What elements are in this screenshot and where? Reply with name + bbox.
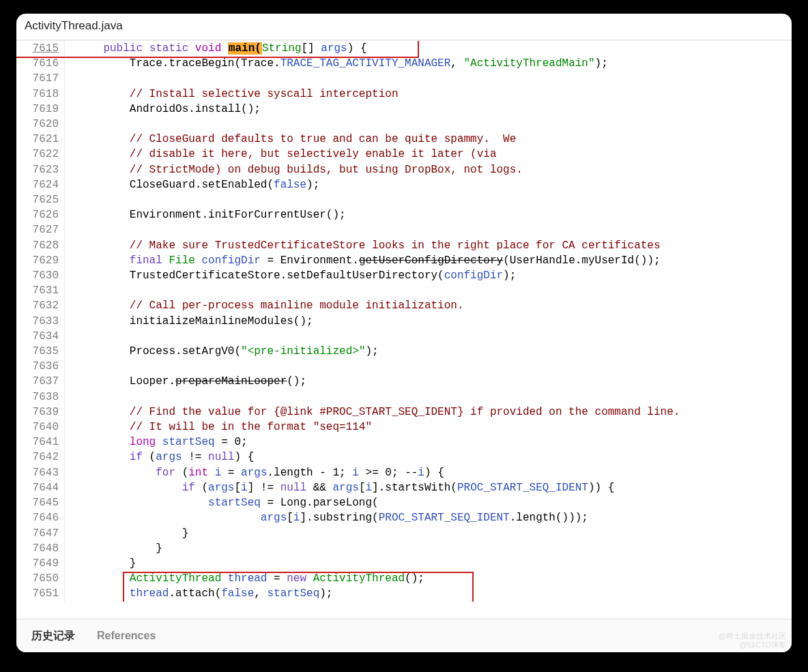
- code-row: 7649 }: [16, 556, 792, 571]
- line-number[interactable]: 7647: [16, 526, 65, 541]
- line-number[interactable]: 7632: [16, 298, 65, 313]
- code-cell[interactable]: // disable it here, but selectively enab…: [65, 147, 792, 162]
- code-cell[interactable]: Trace.traceBegin(Trace.TRACE_TAG_ACTIVIT…: [65, 56, 792, 71]
- line-number[interactable]: 7636: [16, 359, 65, 374]
- code-cell[interactable]: }: [65, 541, 792, 556]
- line-number[interactable]: 7638: [16, 390, 65, 405]
- code-cell[interactable]: [65, 117, 792, 132]
- code-cell[interactable]: // It will be in the format "seq=114": [65, 420, 792, 435]
- line-number[interactable]: 7642: [16, 450, 65, 465]
- code-cell[interactable]: [65, 390, 792, 405]
- code-cell[interactable]: for (int i = args.length - 1; i >= 0; --…: [65, 465, 792, 480]
- code-cell[interactable]: // StrictMode) on debug builds, but usin…: [65, 162, 792, 177]
- line-number[interactable]: 7641: [16, 435, 65, 450]
- line-number[interactable]: 7619: [16, 102, 65, 117]
- line-number[interactable]: 7640: [16, 420, 65, 435]
- line-number[interactable]: 7618: [16, 87, 65, 102]
- code-cell[interactable]: args[i].substring(PROC_START_SEQ_IDENT.l…: [65, 510, 792, 525]
- line-number[interactable]: 7645: [16, 495, 65, 510]
- code-row: 7636: [16, 359, 792, 374]
- line-number[interactable]: 7625: [16, 192, 65, 207]
- line-number[interactable]: 7622: [16, 147, 65, 162]
- line-number[interactable]: 7651: [16, 586, 65, 601]
- line-number[interactable]: 7637: [16, 374, 65, 389]
- file-name-header: ActivityThread.java: [16, 14, 792, 40]
- line-number[interactable]: 7639: [16, 405, 65, 420]
- code-row: 7620: [16, 117, 792, 132]
- line-number[interactable]: 7633: [16, 314, 65, 329]
- footer-tab-references[interactable]: References: [97, 630, 156, 642]
- code-cell[interactable]: [65, 192, 792, 207]
- line-number[interactable]: 7628: [16, 238, 65, 253]
- code-row: 7634: [16, 329, 792, 344]
- code-row: 7622 // disable it here, but selectively…: [16, 147, 792, 162]
- code-row: 7651 thread.attach(false, startSeq);: [16, 586, 792, 601]
- code-row: 7646 args[i].substring(PROC_START_SEQ_ID…: [16, 510, 792, 525]
- line-number[interactable]: 7630: [16, 268, 65, 283]
- code-row: 7616 Trace.traceBegin(Trace.TRACE_TAG_AC…: [16, 56, 792, 71]
- code-row: 7628 // Make sure TrustedCertificateStor…: [16, 238, 792, 253]
- code-cell[interactable]: CloseGuard.setEnabled(false);: [65, 177, 792, 192]
- code-row: 7623 // StrictMode) on debug builds, but…: [16, 162, 792, 177]
- line-number[interactable]: 7621: [16, 132, 65, 147]
- line-number[interactable]: 7650: [16, 571, 65, 586]
- code-cell[interactable]: initializeMainlineModules();: [65, 314, 792, 329]
- line-number[interactable]: 7643: [16, 465, 65, 480]
- code-row: 7621 // CloseGuard defaults to true and …: [16, 132, 792, 147]
- footer-tab-history[interactable]: 历史记录: [31, 629, 75, 643]
- line-number[interactable]: 7615: [16, 41, 65, 56]
- line-number[interactable]: 7620: [16, 117, 65, 132]
- code-cell[interactable]: Looper.prepareMainLooper();: [65, 374, 792, 389]
- code-cell[interactable]: AndroidOs.install();: [65, 102, 792, 117]
- code-cell[interactable]: }: [65, 556, 792, 571]
- line-number[interactable]: 7648: [16, 541, 65, 556]
- code-cell[interactable]: startSeq = Long.parseLong(: [65, 495, 792, 510]
- line-number[interactable]: 7624: [16, 177, 65, 192]
- code-cell[interactable]: long startSeq = 0;: [65, 435, 792, 450]
- code-cell[interactable]: ActivityThread thread = new ActivityThre…: [65, 571, 792, 586]
- code-cell[interactable]: final File configDir = Environment.getUs…: [65, 253, 792, 268]
- code-row: 7645 startSeq = Long.parseLong(: [16, 495, 792, 510]
- code-row: 7637 Looper.prepareMainLooper();: [16, 374, 792, 389]
- code-cell[interactable]: // CloseGuard defaults to true and can b…: [65, 132, 792, 147]
- code-cell[interactable]: Process.setArgV0("<pre-initialized>");: [65, 344, 792, 359]
- code-cell[interactable]: [65, 283, 792, 298]
- line-number[interactable]: 7616: [16, 56, 65, 71]
- code-cell[interactable]: [65, 329, 792, 344]
- code-cell[interactable]: // Call per-process mainline module init…: [65, 298, 792, 313]
- code-cell[interactable]: public static void main(String[] args) {: [65, 41, 792, 56]
- code-row: 7641 long startSeq = 0;: [16, 435, 792, 450]
- line-number[interactable]: 7617: [16, 71, 65, 86]
- code-cell[interactable]: if (args[i] != null && args[i].startsWit…: [65, 480, 792, 495]
- line-number[interactable]: 7646: [16, 510, 65, 525]
- code-row: 7632 // Call per-process mainline module…: [16, 298, 792, 313]
- code-cell[interactable]: [65, 359, 792, 374]
- code-cell[interactable]: }: [65, 526, 792, 541]
- line-number[interactable]: 7634: [16, 329, 65, 344]
- code-cell[interactable]: [65, 71, 792, 86]
- code-cell[interactable]: // Make sure TrustedCertificateStore loo…: [65, 238, 792, 253]
- code-cell[interactable]: thread.attach(false, startSeq);: [65, 586, 792, 601]
- code-cell[interactable]: Environment.initForCurrentUser();: [65, 207, 792, 222]
- line-number[interactable]: 7631: [16, 283, 65, 298]
- code-cell[interactable]: if (args != null) {: [65, 450, 792, 465]
- code-row: 7626 Environment.initForCurrentUser();: [16, 207, 792, 222]
- code-row: 7633 initializeMainlineModules();: [16, 314, 792, 329]
- line-number[interactable]: 7644: [16, 480, 65, 495]
- line-number[interactable]: 7626: [16, 207, 65, 222]
- line-number[interactable]: 7635: [16, 344, 65, 359]
- code-cell[interactable]: [65, 222, 792, 237]
- file-name-label: ActivityThread.java: [25, 19, 123, 32]
- line-number[interactable]: 7629: [16, 253, 65, 268]
- line-number[interactable]: 7623: [16, 162, 65, 177]
- code-row: 7627: [16, 222, 792, 237]
- code-cell[interactable]: // Find the value for {@link #PROC_START…: [65, 405, 792, 420]
- code-cell[interactable]: TrustedCertificateStore.setDefaultUserDi…: [65, 268, 792, 283]
- code-viewer-window: ActivityThread.java 7615 public static v…: [16, 14, 792, 652]
- code-row: 7624 CloseGuard.setEnabled(false);: [16, 177, 792, 192]
- line-number[interactable]: 7627: [16, 222, 65, 237]
- line-number[interactable]: 7649: [16, 556, 65, 571]
- code-row: 7643 for (int i = args.length - 1; i >= …: [16, 465, 792, 480]
- code-cell[interactable]: // Install selective syscall interceptio…: [65, 87, 792, 102]
- code-area[interactable]: 7615 public static void main(String[] ar…: [16, 40, 792, 602]
